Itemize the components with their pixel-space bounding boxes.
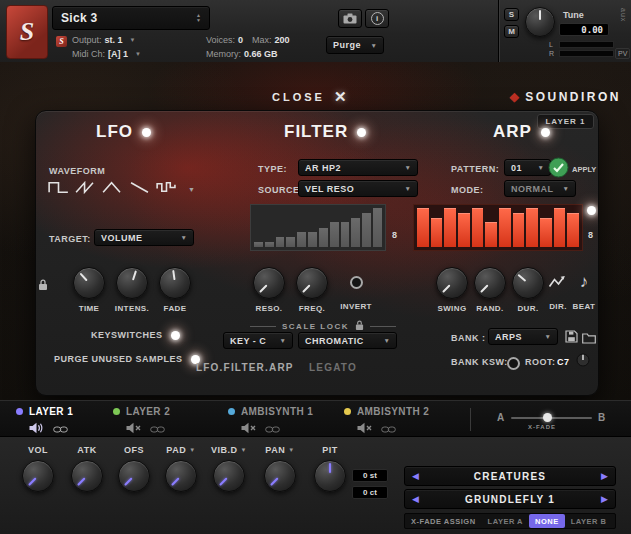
attack-knob[interactable] xyxy=(71,460,103,492)
saw-wave-icon[interactable] xyxy=(74,180,97,199)
layer-tab-layer-2[interactable]: LAYER 2 xyxy=(113,406,170,438)
xfade-assign-layer-b[interactable]: LAYER B xyxy=(565,514,613,528)
legato-toggle[interactable]: LEGATO xyxy=(309,362,357,373)
step-bar xyxy=(540,218,552,247)
arp-mode-select[interactable]: NORMAL ▼ xyxy=(504,180,576,197)
arp-velocity-step-graph[interactable] xyxy=(413,204,583,251)
link-icon[interactable] xyxy=(53,420,68,438)
filter-invert-control: INVERT xyxy=(334,267,378,311)
output-select[interactable]: Output: st. 1 ▼ xyxy=(72,35,136,45)
random-wave-icon[interactable] xyxy=(155,180,178,199)
aux-sends-button[interactable]: aux xyxy=(620,8,627,22)
link-icon[interactable] xyxy=(381,420,396,438)
pv-button[interactable]: PV xyxy=(615,48,630,59)
square-wave-icon[interactable] xyxy=(47,180,70,199)
lfo-target-select[interactable]: VOLUME ▼ xyxy=(94,229,194,246)
knob-indicator xyxy=(442,284,450,292)
xfade-assign-none[interactable]: NONE xyxy=(529,514,565,528)
next-preset-button[interactable]: ▶ xyxy=(594,494,615,504)
knob-indicator xyxy=(132,270,137,280)
arp-table-light[interactable] xyxy=(587,206,596,215)
root-value[interactable]: C7 xyxy=(557,357,570,367)
dropdown-arrow-icon: ▼ xyxy=(135,51,141,57)
arp-beat-button[interactable]: ♪ xyxy=(580,267,589,297)
link-icon[interactable] xyxy=(265,420,280,438)
layer-tab-layer-1[interactable]: LAYER 1 xyxy=(16,406,73,438)
speaker-muted-icon[interactable] xyxy=(126,420,142,438)
solo-button[interactable]: S xyxy=(504,8,519,21)
category-value[interactable]: CREATURES xyxy=(426,471,594,482)
filter-frequency-knob[interactable] xyxy=(296,267,328,299)
pitch-semitones-display[interactable]: 0 st xyxy=(352,469,388,482)
pad-knob[interactable] xyxy=(165,460,197,492)
pan-knob[interactable] xyxy=(264,460,296,492)
lfo-time-knob[interactable] xyxy=(73,267,105,299)
filter-type-select[interactable]: AR HP2 ▼ xyxy=(298,159,418,176)
layer-color-dot xyxy=(228,408,235,415)
lfo-lock-icon[interactable] xyxy=(38,277,48,295)
filter-resonance-knob[interactable] xyxy=(253,267,285,299)
arp-random-knob[interactable] xyxy=(474,267,506,299)
arp-bank-select[interactable]: ARPS ▼ xyxy=(488,328,558,345)
speaker-muted-icon[interactable] xyxy=(241,420,257,438)
layer-tab-ambisynth-2[interactable]: AMBISYNTH 2 xyxy=(344,406,429,438)
filter-velocity-step-graph[interactable] xyxy=(250,204,386,251)
filter-steps-count[interactable]: 8 xyxy=(392,230,398,240)
close-button[interactable]: CLOSE ✕ xyxy=(272,88,346,106)
keyswitches-toggle[interactable] xyxy=(171,331,180,340)
instrument-name-box[interactable]: Sick 3 ▲ ▼ xyxy=(52,6,210,30)
snapshot-camera-button[interactable] xyxy=(338,9,362,28)
root-mini-knob[interactable] xyxy=(576,353,590,371)
filter-invert-toggle[interactable] xyxy=(350,276,363,289)
layer-color-dot xyxy=(113,408,120,415)
prev-category-button[interactable]: ◀ xyxy=(405,471,426,481)
arp-apply-button[interactable] xyxy=(548,157,569,182)
purge-menu[interactable]: Purge ▼ xyxy=(326,36,384,54)
collapse-expand-icons[interactable]: ▲ ▼ xyxy=(196,13,201,23)
scale-type-select[interactable]: CHROMATIC ▼ xyxy=(298,332,397,349)
preset-value[interactable]: GRUNDLEFLY 1 xyxy=(426,494,594,505)
layer-tab-ambisynth-1[interactable]: AMBISYNTH 1 xyxy=(228,406,313,438)
xfade-slider-handle[interactable] xyxy=(543,413,552,422)
triangle-wave-icon[interactable] xyxy=(101,180,124,199)
arp-steps-count[interactable]: 8 xyxy=(588,230,594,240)
vibrato-depth-knob[interactable] xyxy=(213,460,245,492)
waveform-dropdown-arrow-icon[interactable]: ▼ xyxy=(188,186,195,193)
filter-power-light[interactable] xyxy=(357,128,366,137)
mute-button[interactable]: M xyxy=(504,25,519,38)
tune-value-display[interactable]: 0.00 xyxy=(559,23,609,36)
link-icon[interactable] xyxy=(150,420,165,438)
collapse-icon[interactable]: ▼ xyxy=(196,18,201,23)
speaker-on-icon[interactable] xyxy=(29,420,45,438)
arp-power-light[interactable] xyxy=(541,128,550,137)
xfade-assign-layer-a[interactable]: LAYER A xyxy=(482,514,529,528)
tune-knob[interactable] xyxy=(525,7,555,37)
load-bank-button[interactable] xyxy=(582,330,596,348)
offset-knob[interactable] xyxy=(118,460,150,492)
speaker-muted-icon[interactable] xyxy=(357,420,373,438)
filter-source-select[interactable]: VEL RESO ▼ xyxy=(298,180,418,197)
vol-knob[interactable] xyxy=(22,460,54,492)
midi-channel-select[interactable]: Midi Ch: [A] 1 ▼ xyxy=(72,49,141,59)
arp-swing-knob[interactable] xyxy=(436,267,468,299)
lfo-fade-knob[interactable] xyxy=(159,267,191,299)
filter-source-value: VEL RESO xyxy=(305,184,354,194)
meter-left-label: L xyxy=(549,41,553,48)
scale-key-select[interactable]: KEY - C ▼ xyxy=(223,332,293,349)
pitch-cents-display[interactable]: 0 ct xyxy=(352,486,388,499)
save-bank-button[interactable] xyxy=(565,329,578,347)
prev-preset-button[interactable]: ◀ xyxy=(405,494,426,504)
lfo-intensity-knob[interactable] xyxy=(116,267,148,299)
pitch-knob[interactable] xyxy=(314,460,346,492)
bank-ksw-toggle[interactable] xyxy=(507,357,520,370)
page-tab-lfo-filter-arp[interactable]: LFO.FILTER.ARP xyxy=(196,362,294,373)
vibrato-menu[interactable]: VIB.D▼ xyxy=(211,445,247,455)
arp-pattern-select[interactable]: 01 ▼ xyxy=(504,159,551,176)
max-voices-control[interactable]: Max: 200 xyxy=(252,35,290,45)
ramp-wave-icon[interactable] xyxy=(128,180,151,199)
info-button[interactable]: i xyxy=(365,9,389,28)
pan-menu[interactable]: PAN▼ xyxy=(265,445,294,455)
lfo-power-light[interactable] xyxy=(142,128,151,137)
next-category-button[interactable]: ▶ xyxy=(594,471,615,481)
pad-menu[interactable]: PAD▼ xyxy=(166,445,195,455)
